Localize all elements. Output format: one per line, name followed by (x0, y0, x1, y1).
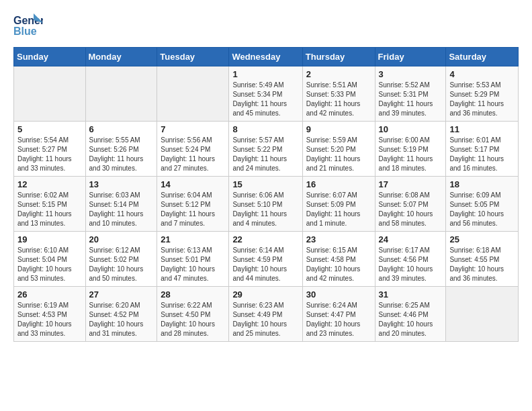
day-info: Sunrise: 6:08 AM Sunset: 5:07 PM Dayligh… (379, 191, 443, 228)
day-number: 21 (161, 234, 225, 244)
calendar-day-cell: 24Sunrise: 6:17 AM Sunset: 4:56 PM Dayli… (375, 232, 446, 287)
day-number: 6 (89, 124, 154, 134)
calendar-week-row: 5Sunrise: 5:54 AM Sunset: 5:27 PM Daylig… (14, 122, 519, 177)
day-number: 18 (449, 179, 515, 189)
calendar-day-cell: 20Sunrise: 6:12 AM Sunset: 5:02 PM Dayli… (85, 232, 157, 287)
day-number: 1 (232, 69, 298, 79)
day-number: 31 (379, 289, 443, 300)
calendar-day-cell: 1Sunrise: 5:49 AM Sunset: 5:34 PM Daylig… (229, 66, 302, 122)
calendar-day-cell: 6Sunrise: 5:55 AM Sunset: 5:26 PM Daylig… (85, 122, 157, 177)
calendar-day-cell: 30Sunrise: 6:24 AM Sunset: 4:47 PM Dayli… (302, 287, 375, 342)
calendar-day-cell: 2Sunrise: 5:51 AM Sunset: 5:33 PM Daylig… (302, 66, 375, 122)
calendar-day-cell (157, 66, 229, 122)
day-info: Sunrise: 6:23 AM Sunset: 4:49 PM Dayligh… (232, 301, 298, 338)
day-info: Sunrise: 5:52 AM Sunset: 5:31 PM Dayligh… (379, 81, 443, 118)
calendar-day-cell: 13Sunrise: 6:03 AM Sunset: 5:14 PM Dayli… (85, 177, 157, 232)
calendar-day-cell: 10Sunrise: 6:00 AM Sunset: 5:19 PM Dayli… (375, 122, 446, 177)
day-info: Sunrise: 6:17 AM Sunset: 4:56 PM Dayligh… (379, 246, 443, 283)
day-info: Sunrise: 6:07 AM Sunset: 5:09 PM Dayligh… (306, 191, 371, 228)
calendar-week-row: 1Sunrise: 5:49 AM Sunset: 5:34 PM Daylig… (14, 66, 519, 122)
day-info: Sunrise: 5:53 AM Sunset: 5:29 PM Dayligh… (449, 81, 515, 118)
day-info: Sunrise: 6:20 AM Sunset: 4:52 PM Dayligh… (89, 301, 154, 338)
day-number: 4 (449, 69, 515, 79)
day-number: 16 (306, 179, 371, 189)
day-info: Sunrise: 6:15 AM Sunset: 4:58 PM Dayligh… (306, 246, 371, 283)
day-info: Sunrise: 5:57 AM Sunset: 5:22 PM Dayligh… (232, 136, 298, 173)
day-number: 7 (161, 124, 225, 134)
day-number: 5 (17, 124, 82, 134)
day-number: 19 (17, 234, 82, 244)
calendar-day-cell (446, 287, 519, 342)
day-info: Sunrise: 6:18 AM Sunset: 4:55 PM Dayligh… (449, 246, 515, 283)
calendar-day-cell: 12Sunrise: 6:02 AM Sunset: 5:15 PM Dayli… (14, 177, 86, 232)
day-info: Sunrise: 6:04 AM Sunset: 5:12 PM Dayligh… (161, 191, 225, 228)
calendar-header-row: SundayMondayTuesdayWednesdayThursdayFrid… (14, 48, 519, 66)
day-info: Sunrise: 6:09 AM Sunset: 5:05 PM Dayligh… (449, 191, 515, 228)
day-number: 9 (306, 124, 371, 134)
day-number: 25 (449, 234, 515, 244)
day-info: Sunrise: 5:56 AM Sunset: 5:24 PM Dayligh… (161, 136, 225, 173)
calendar-day-cell: 15Sunrise: 6:06 AM Sunset: 5:10 PM Dayli… (229, 177, 302, 232)
calendar-day-cell (14, 66, 86, 122)
day-of-week-header: Tuesday (157, 48, 229, 66)
calendar-day-cell: 7Sunrise: 5:56 AM Sunset: 5:24 PM Daylig… (157, 122, 229, 177)
day-number: 23 (306, 234, 371, 244)
calendar-day-cell: 9Sunrise: 5:59 AM Sunset: 5:20 PM Daylig… (302, 122, 375, 177)
day-info: Sunrise: 6:14 AM Sunset: 4:59 PM Dayligh… (232, 246, 298, 283)
day-number: 12 (17, 179, 82, 189)
day-of-week-header: Saturday (446, 48, 519, 66)
day-number: 26 (17, 289, 82, 300)
day-info: Sunrise: 6:00 AM Sunset: 5:19 PM Dayligh… (379, 136, 443, 173)
day-info: Sunrise: 6:13 AM Sunset: 5:01 PM Dayligh… (161, 246, 225, 283)
day-number: 27 (89, 289, 154, 300)
page-header: General Blue (13, 11, 519, 38)
day-number: 13 (89, 179, 154, 189)
calendar-day-cell: 18Sunrise: 6:09 AM Sunset: 5:05 PM Dayli… (446, 177, 519, 232)
calendar-day-cell: 5Sunrise: 5:54 AM Sunset: 5:27 PM Daylig… (14, 122, 86, 177)
day-number: 28 (161, 289, 225, 300)
day-info: Sunrise: 6:25 AM Sunset: 4:46 PM Dayligh… (379, 301, 443, 338)
day-number: 24 (379, 234, 443, 244)
day-info: Sunrise: 6:12 AM Sunset: 5:02 PM Dayligh… (89, 246, 154, 283)
day-info: Sunrise: 6:24 AM Sunset: 4:47 PM Dayligh… (306, 301, 371, 338)
calendar-day-cell: 22Sunrise: 6:14 AM Sunset: 4:59 PM Dayli… (229, 232, 302, 287)
logo-icon: General Blue (13, 11, 43, 38)
calendar-week-row: 26Sunrise: 6:19 AM Sunset: 4:53 PM Dayli… (14, 287, 519, 342)
calendar-day-cell: 14Sunrise: 6:04 AM Sunset: 5:12 PM Dayli… (157, 177, 229, 232)
calendar-day-cell: 21Sunrise: 6:13 AM Sunset: 5:01 PM Dayli… (157, 232, 229, 287)
day-of-week-header: Sunday (14, 48, 86, 66)
day-of-week-header: Monday (85, 48, 157, 66)
calendar-table: SundayMondayTuesdayWednesdayThursdayFrid… (13, 47, 519, 342)
day-info: Sunrise: 6:02 AM Sunset: 5:15 PM Dayligh… (17, 191, 82, 228)
calendar-day-cell: 29Sunrise: 6:23 AM Sunset: 4:49 PM Dayli… (229, 287, 302, 342)
calendar-day-cell: 17Sunrise: 6:08 AM Sunset: 5:07 PM Dayli… (375, 177, 446, 232)
calendar-day-cell: 31Sunrise: 6:25 AM Sunset: 4:46 PM Dayli… (375, 287, 446, 342)
calendar-day-cell: 28Sunrise: 6:22 AM Sunset: 4:50 PM Dayli… (157, 287, 229, 342)
day-info: Sunrise: 5:54 AM Sunset: 5:27 PM Dayligh… (17, 136, 82, 173)
day-info: Sunrise: 5:51 AM Sunset: 5:33 PM Dayligh… (306, 81, 371, 118)
day-info: Sunrise: 5:55 AM Sunset: 5:26 PM Dayligh… (89, 136, 154, 173)
calendar-day-cell: 26Sunrise: 6:19 AM Sunset: 4:53 PM Dayli… (14, 287, 86, 342)
calendar-week-row: 19Sunrise: 6:10 AM Sunset: 5:04 PM Dayli… (14, 232, 519, 287)
day-info: Sunrise: 5:49 AM Sunset: 5:34 PM Dayligh… (232, 81, 298, 118)
day-of-week-header: Friday (375, 48, 446, 66)
calendar-day-cell: 4Sunrise: 5:53 AM Sunset: 5:29 PM Daylig… (446, 66, 519, 122)
day-info: Sunrise: 6:10 AM Sunset: 5:04 PM Dayligh… (17, 246, 82, 283)
day-number: 14 (161, 179, 225, 189)
day-number: 20 (89, 234, 154, 244)
day-number: 11 (449, 124, 515, 134)
logo: General Blue (13, 11, 43, 38)
day-info: Sunrise: 6:22 AM Sunset: 4:50 PM Dayligh… (161, 301, 225, 338)
day-number: 8 (232, 124, 298, 134)
day-of-week-header: Wednesday (229, 48, 302, 66)
day-number: 2 (306, 69, 371, 79)
day-info: Sunrise: 5:59 AM Sunset: 5:20 PM Dayligh… (306, 136, 371, 173)
calendar-day-cell (85, 66, 157, 122)
calendar-day-cell: 27Sunrise: 6:20 AM Sunset: 4:52 PM Dayli… (85, 287, 157, 342)
day-info: Sunrise: 6:06 AM Sunset: 5:10 PM Dayligh… (232, 191, 298, 228)
day-number: 29 (232, 289, 298, 300)
day-number: 30 (306, 289, 371, 300)
day-number: 17 (379, 179, 443, 189)
calendar-day-cell: 23Sunrise: 6:15 AM Sunset: 4:58 PM Dayli… (302, 232, 375, 287)
day-number: 3 (379, 69, 443, 79)
